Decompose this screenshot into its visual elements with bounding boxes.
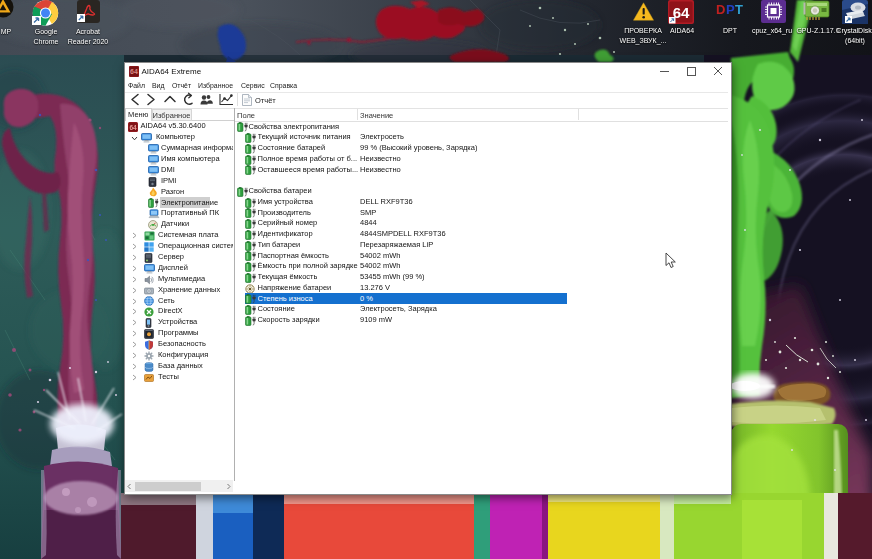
svg-text:64: 64 [129,124,137,131]
